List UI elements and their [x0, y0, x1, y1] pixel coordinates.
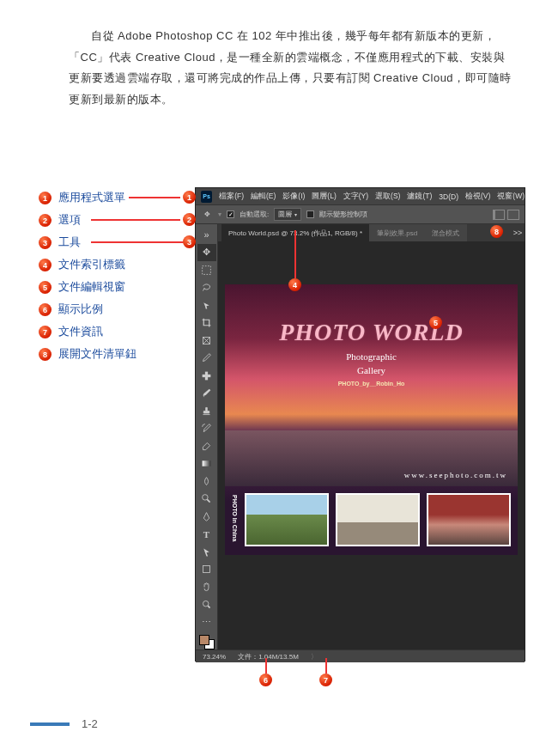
auto-select-checkbox[interactable]: ✓	[227, 210, 234, 218]
callout-marker-7: 7	[319, 674, 332, 686]
menu-select[interactable]: 選取(S)	[375, 192, 400, 202]
callout-line	[91, 241, 185, 243]
legend-label: 文件編輯視窗	[58, 280, 125, 295]
tools-panel: » ✥ T ⋯	[196, 224, 218, 649]
svg-rect-6	[203, 461, 211, 467]
document-tab[interactable]: 筆刷效果.psd	[370, 224, 425, 241]
legend-badge: 1	[39, 192, 52, 204]
legend-label: 文件索引標籤	[58, 258, 125, 272]
quick-select-tool-icon[interactable]	[197, 296, 216, 314]
menu-3d[interactable]: 3D(D)	[439, 192, 458, 201]
callout-marker-6: 6	[259, 674, 272, 686]
zoom-tool-icon[interactable]	[197, 596, 216, 614]
legend-label: 選項	[58, 213, 81, 228]
callout-line	[91, 219, 180, 221]
legend-badge: 2	[39, 214, 52, 227]
callout-line	[265, 658, 267, 674]
options-bar: ✥ ▾ ✓ 自動選取: 圖層▾ 顯示變形控制項	[196, 205, 525, 224]
thumbnail-image	[245, 493, 329, 546]
marquee-tool-icon[interactable]	[197, 261, 216, 279]
page-footer: 1-2	[30, 717, 98, 730]
tool-collapse-icon[interactable]: »	[197, 226, 216, 244]
artboard-credit: PHOTO_by__Robin_Ho	[225, 381, 518, 387]
legend-item: 2 選項	[39, 213, 136, 228]
legend-label: 工具	[58, 235, 81, 250]
page-number: 1-2	[82, 717, 98, 730]
pen-tool-icon[interactable]	[197, 508, 216, 526]
eyedropper-tool-icon[interactable]	[197, 350, 216, 368]
menu-edit[interactable]: 編輯(E)	[251, 192, 276, 202]
legend-badge: 3	[39, 236, 52, 249]
legend-badge: 4	[39, 259, 52, 271]
frame-tool-icon[interactable]	[197, 332, 216, 350]
hand-tool-icon[interactable]	[197, 578, 216, 596]
eraser-tool-icon[interactable]	[197, 437, 216, 455]
zoom-level[interactable]: 73.24%	[203, 653, 226, 661]
menu-filter[interactable]: 濾鏡(T)	[407, 192, 432, 202]
auto-select-label: 自動選取:	[240, 210, 269, 219]
callout-marker-3: 3	[183, 235, 196, 248]
artboard-title: PHOTO WORLD	[225, 284, 518, 346]
artboard-hero: PHOTO WORLD Photographic Gallery PHOTO_b…	[225, 284, 518, 430]
path-select-tool-icon[interactable]	[197, 543, 216, 561]
callout-line	[325, 658, 327, 674]
tool-options-icon[interactable]: ⋯	[197, 613, 216, 631]
artboard-reflection: www.seephoto.com.tw	[225, 430, 518, 486]
artboard-thumbnails: PHOTO In China	[225, 486, 518, 546]
align-icon[interactable]	[507, 210, 519, 220]
svg-rect-9	[203, 566, 209, 573]
artboard-url: www.seephoto.com.tw	[404, 471, 507, 479]
document-info[interactable]: 文件：1.04M/13.5M	[238, 652, 299, 662]
brush-tool-icon[interactable]	[197, 385, 216, 403]
callout-marker-2: 2	[183, 213, 196, 226]
dodge-tool-icon[interactable]	[197, 491, 216, 509]
tab-expand-button[interactable]: >>	[511, 224, 525, 241]
canvas[interactable]: PHOTO WORLD Photographic Gallery PHOTO_b…	[218, 241, 525, 649]
text-tool-icon[interactable]: T	[197, 526, 216, 544]
crop-tool-icon[interactable]	[197, 314, 216, 332]
svg-rect-0	[203, 265, 211, 274]
menu-view[interactable]: 檢視(V)	[465, 192, 490, 202]
auto-select-dropdown[interactable]: 圖層▾	[274, 208, 301, 221]
blur-tool-icon[interactable]	[197, 472, 216, 491]
artboard-subtitle: Gallery	[225, 365, 518, 375]
app-logo-icon: Ps	[201, 191, 212, 203]
callout-marker-4: 4	[288, 278, 301, 291]
status-expand-icon[interactable]: 〉	[311, 652, 318, 662]
shape-tool-icon[interactable]	[197, 561, 216, 579]
legend-item: 3 工具	[39, 235, 136, 250]
status-bar: 73.24% 文件：1.04M/13.5M 〉	[196, 649, 525, 662]
gradient-tool-icon[interactable]	[197, 455, 216, 473]
legend-item: 1 應用程式選單	[39, 191, 136, 205]
artboard: PHOTO WORLD Photographic Gallery PHOTO_b…	[225, 284, 518, 555]
menu-file[interactable]: 檔案(F)	[219, 192, 244, 202]
menu-image[interactable]: 影像(I)	[282, 192, 305, 202]
history-brush-tool-icon[interactable]	[197, 420, 216, 438]
foreground-color-icon[interactable]	[199, 635, 209, 645]
heal-tool-icon[interactable]	[197, 367, 216, 385]
legend-badge: 5	[39, 281, 52, 294]
lasso-tool-icon[interactable]	[197, 279, 216, 297]
legend-list: 1 應用程式選單 2 選項 3 工具 4 文件索引標籤 5 文件編輯視窗 6 顯…	[39, 191, 136, 362]
color-swatch[interactable]	[199, 635, 215, 650]
artboard-subtitle: Photographic	[225, 351, 518, 362]
intro-paragraph: 自從 Adobe Photoshop CC 在 102 年中推出後，幾乎每年都有…	[69, 26, 515, 111]
svg-point-10	[203, 601, 209, 607]
document-tab[interactable]: Photo World.psd @ 73.2% (作品1, RGB/8) *	[221, 224, 370, 241]
stamp-tool-icon[interactable]	[197, 402, 216, 420]
legend-item: 8 展開文件清單鈕	[39, 347, 136, 362]
legend-badge: 6	[39, 303, 52, 316]
align-icon[interactable]	[493, 210, 505, 220]
legend-label: 顯示比例	[58, 302, 103, 317]
menu-type[interactable]: 文字(Y)	[343, 192, 368, 202]
move-tool-icon[interactable]: ✥	[197, 244, 216, 262]
show-transform-label: 顯示變形控制項	[319, 210, 367, 219]
menu-window[interactable]: 視窗(W)	[497, 192, 525, 202]
show-transform-checkbox[interactable]	[306, 210, 314, 218]
legend-label: 應用程式選單	[58, 191, 125, 205]
page-accent-bar	[30, 722, 70, 726]
legend-item: 6 顯示比例	[39, 302, 136, 317]
document-tabs: Photo World.psd @ 73.2% (作品1, RGB/8) * 筆…	[218, 224, 525, 241]
document-tab[interactable]: 混合模式	[425, 224, 467, 241]
menu-layer[interactable]: 圖層(L)	[312, 192, 336, 202]
